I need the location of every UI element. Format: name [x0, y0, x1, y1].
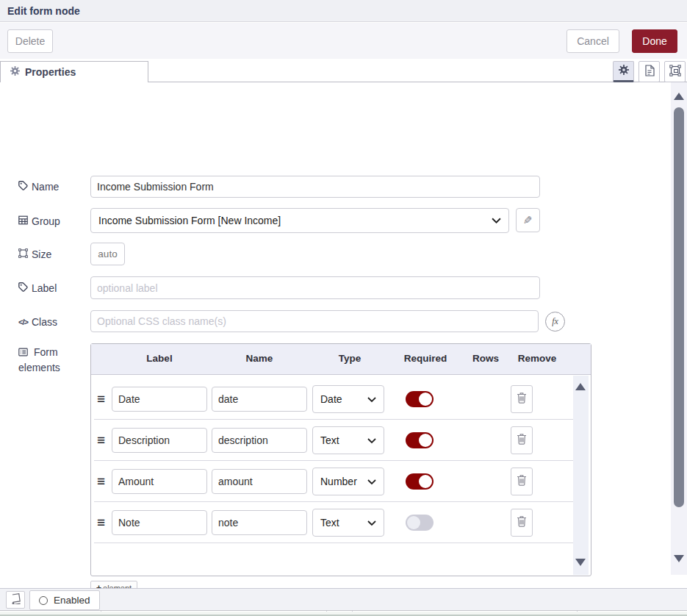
name-field-label: Name — [18, 181, 59, 193]
object-group-icon — [669, 65, 681, 79]
column-header-rows: Rows — [472, 353, 499, 364]
chevron-down-icon — [492, 215, 501, 226]
form-element-row: ≡ Number — [94, 461, 574, 502]
label-field-label: Label — [18, 282, 57, 294]
node-help-button[interactable] — [6, 591, 25, 609]
element-name-input[interactable] — [212, 510, 307, 535]
tab-description-button[interactable] — [639, 61, 660, 82]
group-select[interactable]: Income Submission Form [New Income] — [90, 208, 509, 233]
trash-icon — [517, 392, 527, 407]
tab-icon-group — [613, 61, 686, 82]
scroll-down-icon[interactable] — [575, 559, 586, 566]
form-elements-field-label: Form elements — [18, 345, 84, 375]
scrollbar-thumb[interactable] — [674, 107, 684, 507]
workspace-edge — [0, 612, 687, 616]
tab-settings-button[interactable] — [613, 61, 634, 82]
column-header-type: Type — [339, 353, 362, 364]
pencil-icon: ✎ — [523, 214, 533, 227]
element-type-select[interactable]: Text — [312, 509, 384, 537]
chevron-down-icon — [367, 517, 376, 529]
list-alt-icon — [18, 347, 31, 359]
element-label-input[interactable] — [112, 387, 207, 412]
size-field-label: Size — [18, 248, 51, 260]
column-header-name: Name — [246, 353, 273, 364]
dialog-title: Edit form node — [7, 5, 80, 17]
tab-properties[interactable]: Properties — [0, 61, 148, 82]
label-input[interactable] — [90, 276, 540, 299]
remove-element-button[interactable] — [511, 385, 533, 413]
dialog-scrollbar[interactable] — [671, 82, 687, 575]
edit-group-button[interactable]: ✎ — [516, 208, 540, 232]
scroll-up-icon[interactable] — [575, 383, 586, 390]
chevron-down-icon — [367, 434, 376, 446]
tag-icon — [18, 181, 28, 193]
remove-element-button[interactable] — [511, 468, 533, 495]
element-type-select[interactable]: Date — [312, 385, 384, 413]
form-element-row: ≡ Text — [94, 420, 574, 461]
scroll-up-icon[interactable] — [674, 93, 684, 100]
group-field-label: Group — [18, 215, 60, 227]
size-button[interactable]: auto — [90, 243, 125, 265]
dialog-footer: Enabled — [0, 588, 687, 611]
code-icon: </> — [18, 318, 28, 326]
gear-icon — [619, 65, 629, 78]
remove-element-button[interactable] — [511, 509, 533, 537]
dialog-content: Name Group Income Submission Form [New I… — [0, 82, 687, 588]
drag-handle-icon[interactable]: ≡ — [97, 391, 105, 407]
element-label-input[interactable] — [112, 469, 207, 494]
class-expression-button[interactable]: fx — [545, 312, 565, 332]
element-label-input[interactable] — [112, 510, 207, 535]
enabled-circle-icon — [39, 596, 48, 605]
gear-icon — [10, 65, 20, 79]
toggle-knob — [419, 434, 432, 447]
tab-appearance-button[interactable] — [664, 61, 686, 82]
form-elements-table: Label Name Type Required Rows Remove ≡ D… — [90, 343, 591, 576]
chevron-down-icon — [367, 476, 376, 487]
enabled-label: Enabled — [54, 595, 90, 606]
element-type-select[interactable]: Text — [312, 426, 384, 454]
tab-properties-label: Properties — [25, 66, 76, 78]
element-label-input[interactable] — [112, 428, 207, 453]
element-name-input[interactable] — [212, 428, 307, 453]
element-name-input[interactable] — [212, 387, 307, 412]
drag-handle-icon[interactable]: ≡ — [97, 515, 105, 531]
element-name-input[interactable] — [212, 469, 307, 494]
drag-handle-icon[interactable]: ≡ — [97, 432, 105, 448]
class-input[interactable] — [90, 310, 539, 332]
required-toggle[interactable] — [406, 515, 434, 531]
column-header-required: Required — [404, 353, 447, 364]
trash-icon — [517, 433, 527, 448]
document-icon — [644, 65, 655, 79]
form-element-row: ≡ Text — [94, 502, 574, 543]
form-elements-table-header: Label Name Type Required Rows Remove — [91, 344, 591, 375]
trash-icon — [517, 474, 527, 489]
toggle-knob — [419, 475, 432, 488]
edit-form-node-dialog: Edit form node Delete Cancel Done Proper… — [0, 0, 687, 616]
dialog-button-bar: Delete Cancel Done — [0, 23, 687, 59]
required-toggle[interactable] — [406, 391, 434, 407]
remove-element-button[interactable] — [511, 426, 533, 454]
class-field-label: </> Class — [18, 316, 57, 328]
scroll-down-icon[interactable] — [674, 555, 684, 562]
cancel-button[interactable]: Cancel — [566, 29, 619, 53]
table-scrollbar[interactable] — [573, 376, 589, 575]
name-input[interactable] — [90, 176, 540, 198]
done-button[interactable]: Done — [632, 29, 677, 53]
dialog-header: Edit form node — [0, 0, 687, 22]
fx-icon: fx — [552, 316, 558, 327]
node-enabled-toggle-button[interactable]: Enabled — [29, 590, 100, 610]
table-icon — [18, 215, 28, 227]
required-toggle[interactable] — [406, 432, 434, 448]
tab-bar: Properties — [0, 59, 687, 82]
drag-handle-icon[interactable]: ≡ — [97, 473, 105, 490]
delete-button[interactable]: Delete — [7, 29, 53, 53]
form-element-row: ≡ Date — [94, 379, 574, 420]
trash-icon — [517, 515, 527, 530]
object-group-icon — [18, 248, 28, 260]
toggle-knob — [419, 393, 432, 406]
required-toggle[interactable] — [406, 473, 434, 490]
element-type-select[interactable]: Number — [312, 468, 384, 495]
chevron-down-icon — [367, 393, 376, 405]
column-header-remove: Remove — [518, 353, 557, 364]
column-header-label: Label — [146, 353, 172, 364]
